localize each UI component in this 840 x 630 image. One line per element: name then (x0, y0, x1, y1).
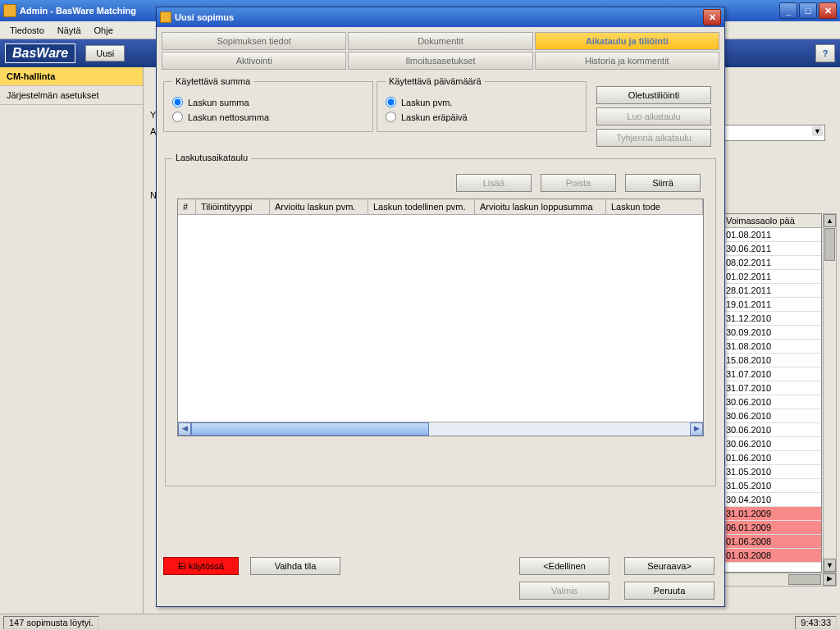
date-row[interactable]: 31.01.2009 (723, 507, 821, 521)
prev-button[interactable]: <Edellinen (519, 557, 609, 575)
dialog-title: Uusi sopimus (175, 12, 703, 22)
date-row[interactable]: 06.01.2009 (723, 521, 821, 535)
default-accounting-button[interactable]: Oletustiliöinti (596, 86, 711, 104)
cancel-button[interactable]: Peruuta (624, 582, 714, 600)
scroll-thumb[interactable] (824, 228, 835, 261)
maximize-button[interactable]: □ (799, 2, 817, 19)
date-row[interactable]: 30.06.2010 (723, 395, 821, 409)
col-actual-date[interactable]: Laskun todellinen pvm. (368, 199, 475, 214)
date-row[interactable]: 31.12.2010 (723, 312, 821, 326)
date-list[interactable]: Voimassaolo pää 01.08.201130.06.201108.0… (722, 213, 822, 573)
date-row[interactable]: 01.06.2010 (723, 451, 821, 465)
date-row[interactable]: 30.06.2010 (723, 437, 821, 451)
logo: BasWare (5, 43, 75, 63)
tabs-row-1: Sopimuksen tiedot Dokumentit Aikataulu j… (162, 32, 719, 50)
date-row[interactable]: 30.06.2010 (723, 409, 821, 423)
statusbar: 147 sopimusta löytyi. 9:43:33 (0, 614, 840, 630)
date-row[interactable]: 31.07.2010 (723, 368, 821, 381)
toggle-state-button[interactable]: Vaihda tila (250, 557, 340, 575)
date-row[interactable]: 01.02.2011 (723, 270, 821, 284)
tab-history-comments[interactable]: Historia ja kommentit (535, 52, 719, 70)
status-badge: Ei käytössä (163, 557, 239, 575)
tab-activation[interactable]: Aktivointi (162, 52, 346, 70)
date-row[interactable]: 01.03.2008 (723, 549, 821, 563)
radio-invoice-date-label: Laskun pvm. (401, 98, 452, 107)
sidebar: CM-hallinta Järjestelmän asetukset (0, 67, 144, 614)
dialog-icon (160, 11, 171, 23)
move-button[interactable]: Siirrä (625, 174, 701, 192)
add-button[interactable]: Lisää (456, 174, 532, 192)
hscrollbar[interactable]: ▶ (718, 573, 837, 587)
date-row[interactable]: 28.01.2011 (723, 284, 821, 298)
date-groupbox: Käytettävä päivämäärä Laskun pvm. Laskun… (377, 76, 587, 132)
date-row[interactable]: 31.05.2010 (723, 479, 821, 493)
new-button[interactable]: Uusi (85, 45, 125, 62)
tab-notification-settings[interactable]: Ilmoitusasetukset (348, 52, 532, 70)
menu-file[interactable]: Tiedosto (3, 24, 51, 37)
close-button[interactable]: ✕ (819, 2, 837, 19)
status-clock: 9:43:33 (795, 616, 837, 629)
schedule-legend: Laskutusaikataulu (172, 153, 251, 162)
radio-due-date[interactable] (386, 112, 396, 122)
col-num[interactable]: # (178, 199, 196, 214)
create-schedule-button[interactable]: Luo aikataulu (596, 107, 711, 126)
hscroll-thumb[interactable] (788, 574, 821, 585)
radio-invoice-date[interactable] (386, 97, 396, 107)
app-icon (3, 4, 16, 17)
schedule-table[interactable]: # Tiliöintityyppi Arvioitu laskun pvm. L… (177, 199, 704, 436)
schedule-hscrollbar[interactable]: ◀ ▶ (178, 422, 703, 436)
radio-invoice-net-label: Laskun nettosumma (188, 112, 269, 122)
radio-invoice-net[interactable] (172, 112, 183, 122)
menu-view[interactable]: Näytä (51, 24, 88, 37)
date-row[interactable]: 01.06.2008 (723, 535, 821, 549)
date-row[interactable]: 30.06.2011 (723, 242, 821, 256)
scroll-left-icon[interactable]: ◀ (178, 422, 191, 436)
col-est-date[interactable]: Arvioitu laskun pvm. (270, 199, 368, 214)
dialog: Uusi sopimus ✕ Sopimuksen tiedot Dokumen… (156, 7, 725, 607)
sum-groupbox: Käytettävä summa Laskun summa Laskun net… (163, 76, 373, 132)
dialog-titlebar[interactable]: Uusi sopimus ✕ (157, 7, 724, 27)
scroll-right-icon[interactable]: ▶ (690, 422, 703, 436)
scroll-right-icon[interactable]: ▶ (823, 573, 836, 586)
radio-due-date-label: Laskun eräpäivä (401, 112, 468, 122)
date-row[interactable]: 15.08.2010 (723, 354, 821, 368)
date-legend: Käytettävä päivämäärä (386, 76, 485, 86)
date-row[interactable]: 08.02.2011 (723, 256, 821, 270)
col-est-total[interactable]: Arvioitu laskun loppusumma (475, 199, 606, 214)
tabs-row-2: Aktivointi Ilmoitusasetukset Historia ja… (162, 52, 719, 70)
date-row[interactable]: 30.06.2010 (723, 423, 821, 437)
finish-button[interactable]: Valmis (519, 582, 609, 600)
schedule-hscroll-thumb[interactable] (191, 422, 429, 436)
status-text: 147 sopimusta löytyi. (3, 616, 99, 629)
tab-contract-info[interactable]: Sopimuksen tiedot (162, 32, 346, 50)
radio-invoice-sum-label: Laskun summa (188, 98, 249, 107)
scroll-up-icon[interactable]: ▲ (824, 214, 836, 227)
help-button[interactable]: ? (815, 44, 835, 62)
sum-legend: Käytettävä summa (172, 76, 253, 86)
dropdown-stub[interactable] (710, 125, 825, 141)
col-accounting-type[interactable]: Tiliöintityyppi (196, 199, 270, 214)
radio-invoice-sum[interactable] (172, 97, 183, 107)
date-list-header[interactable]: Voimassaolo pää (723, 214, 821, 228)
sidebar-item-cm[interactable]: CM-hallinta (0, 67, 143, 86)
dialog-bottom: Ei käytössä Vaihda tila <Edellinen Seura… (163, 557, 718, 600)
next-button[interactable]: Seuraava> (624, 557, 714, 575)
col-actual-total[interactable]: Laskun tode (606, 199, 703, 214)
sidebar-item-settings[interactable]: Järjestelmän asetukset (0, 86, 143, 105)
date-row[interactable]: 01.08.2011 (723, 228, 821, 242)
tab-schedule-accounting[interactable]: Aikataulu ja tiliöinti (535, 32, 719, 50)
clear-schedule-button[interactable]: Tyhjennä aikataulu (596, 129, 711, 147)
vscrollbar[interactable]: ▲ ▼ (823, 213, 837, 573)
dialog-close-button[interactable]: ✕ (703, 9, 721, 25)
date-row[interactable]: 31.08.2010 (723, 340, 821, 354)
scroll-down-icon[interactable]: ▼ (824, 559, 836, 572)
date-row[interactable]: 31.05.2010 (723, 465, 821, 479)
minimize-button[interactable]: _ (779, 2, 797, 19)
date-row[interactable]: 30.09.2010 (723, 326, 821, 340)
delete-button[interactable]: Poista (541, 174, 616, 192)
menu-help[interactable]: Ohje (88, 24, 120, 37)
date-row[interactable]: 19.01.2011 (723, 298, 821, 312)
date-row[interactable]: 31.07.2010 (723, 381, 821, 395)
date-row[interactable]: 30.04.2010 (723, 493, 821, 507)
tab-documents[interactable]: Dokumentit (348, 32, 532, 50)
